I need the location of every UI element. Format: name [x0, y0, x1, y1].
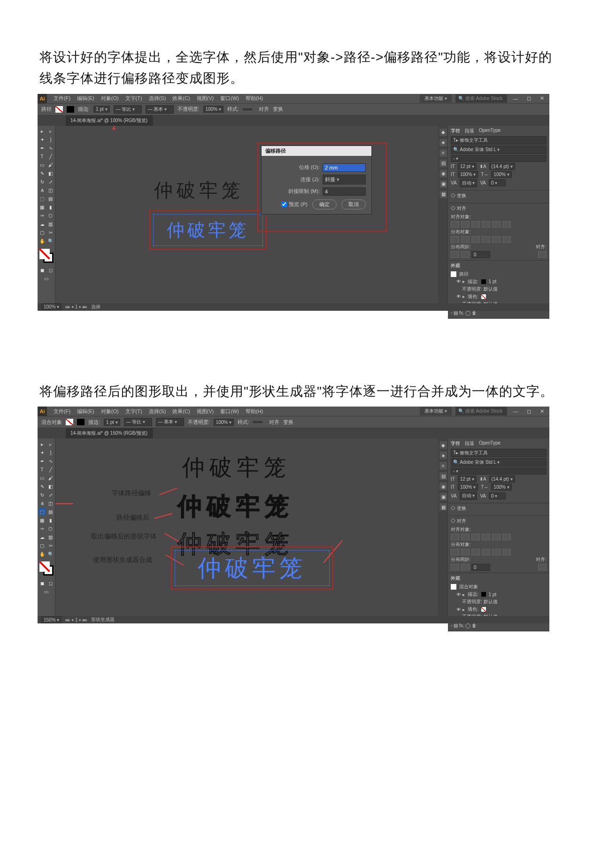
color-mode-2[interactable]: ◻: [47, 579, 54, 587]
panel-icon-7[interactable]: ▦: [439, 191, 447, 198]
tab-character[interactable]: 字符: [451, 128, 460, 134]
apr-stroke-opacity[interactable]: 不透明度: 默认值: [462, 599, 498, 605]
menu-effect[interactable]: 效果(C): [170, 408, 193, 415]
fill-swatch[interactable]: [66, 419, 73, 425]
menu-select[interactable]: 选择(S): [146, 95, 169, 102]
menu-file[interactable]: 文件(F): [51, 408, 73, 415]
menu-select[interactable]: 选择(S): [146, 408, 169, 415]
pen-tool[interactable]: ✒: [39, 145, 46, 152]
cancel-button[interactable]: 取消: [341, 200, 366, 209]
free-transform-tool[interactable]: ◫: [47, 187, 54, 194]
align-right[interactable]: [471, 221, 480, 228]
hscale[interactable]: 100%: [491, 484, 511, 491]
rectangle-tool[interactable]: ▭: [39, 474, 46, 482]
dist-4[interactable]: [482, 236, 490, 243]
slice-tool[interactable]: ✂: [47, 229, 54, 237]
align-top[interactable]: [482, 221, 490, 228]
font-size[interactable]: 12 pt: [458, 163, 477, 170]
menu-help[interactable]: 帮助(H): [243, 408, 266, 415]
font-family-select[interactable]: 🔍 Adobe 宋体 Std L: [451, 458, 547, 467]
align-left[interactable]: [451, 534, 459, 540]
width-tool[interactable]: ⋔: [39, 499, 46, 507]
screen-mode[interactable]: ▭: [39, 275, 54, 283]
dist-6[interactable]: [502, 236, 511, 243]
tab-paragraph[interactable]: 段落: [465, 128, 474, 134]
apr-stroke-opacity[interactable]: 不透明度: 默认值: [462, 286, 498, 292]
align-link[interactable]: 对齐: [269, 419, 279, 426]
shape-builder-tool[interactable]: ⬚: [39, 195, 46, 203]
kerning[interactable]: 自动: [460, 492, 478, 500]
symbol-sprayer-tool[interactable]: ☁: [39, 221, 46, 228]
nav-controls-2[interactable]: ⏮ ◀ 1 ▶ ⏭: [65, 617, 87, 622]
panel-icon-5[interactable]: ◉: [439, 483, 447, 490]
panel-icon-4[interactable]: ▤: [439, 160, 447, 167]
zoom-tool[interactable]: 🔍: [47, 550, 54, 558]
panel-icon-4[interactable]: ▤: [439, 472, 447, 480]
miter-input[interactable]: 4: [323, 187, 366, 196]
type-tool[interactable]: T: [39, 153, 46, 161]
panel-icon-2[interactable]: ♣: [439, 139, 447, 146]
dist-1[interactable]: [451, 549, 459, 555]
style-swatch[interactable]: [253, 421, 262, 423]
font-style-select[interactable]: -: [451, 155, 547, 162]
eraser-tool[interactable]: ◧: [47, 170, 54, 177]
dist-2[interactable]: [461, 549, 470, 555]
tab-transform[interactable]: ◇ 变换: [451, 192, 466, 199]
panel-icon-1[interactable]: ◆: [439, 441, 447, 449]
direct-selection-tool[interactable]: ▹: [47, 128, 54, 135]
minimize-button[interactable]: —: [511, 408, 520, 415]
align-top[interactable]: [482, 534, 490, 540]
tab-opentype[interactable]: OpenType: [479, 440, 501, 447]
maximize-button[interactable]: ◻: [524, 408, 533, 415]
dist-4[interactable]: [482, 549, 490, 555]
color-mode-1[interactable]: ◼: [39, 267, 46, 274]
leading[interactable]: (14.4 pt): [489, 163, 515, 170]
touch-type-btn[interactable]: T▸ 修饰文字工具: [451, 136, 547, 145]
perspective-tool[interactable]: ▤: [47, 195, 54, 203]
ok-button[interactable]: 确定: [312, 200, 337, 209]
tracking[interactable]: 0: [489, 179, 506, 186]
shape-builder-tool-active[interactable]: ⬚: [39, 508, 46, 515]
dist-3[interactable]: [471, 236, 480, 243]
join-select[interactable]: 斜接: [323, 175, 366, 184]
workspace-switcher[interactable]: 基本功能: [420, 407, 452, 415]
nav-controls[interactable]: ⏮ ◀ 1 ▶ ⏭: [65, 304, 87, 309]
align-bottom[interactable]: [502, 221, 511, 228]
dist-sp-2[interactable]: [461, 564, 470, 570]
curvature-tool[interactable]: ∿: [47, 457, 54, 465]
panel-icon-3[interactable]: ≡: [439, 149, 447, 157]
symbol-sprayer-tool[interactable]: ☁: [39, 533, 46, 541]
menu-view[interactable]: 视图(V): [194, 408, 217, 415]
panel-icon-1[interactable]: ◆: [439, 129, 447, 136]
minimize-button[interactable]: —: [511, 95, 520, 102]
pen-tool[interactable]: ✒: [39, 457, 46, 465]
gradient-tool[interactable]: ▮: [47, 516, 54, 524]
menu-type[interactable]: 文字(T): [123, 408, 145, 415]
panel-icon-7[interactable]: ▦: [439, 503, 447, 511]
dist-sp-2[interactable]: [461, 251, 470, 258]
align-bottom[interactable]: [502, 534, 511, 540]
stroke-weight[interactable]: 1 pt: [93, 106, 109, 113]
opacity-value[interactable]: 100%: [214, 419, 234, 426]
brush-def[interactable]: — 基本: [146, 105, 174, 114]
panel-icon-6[interactable]: ▣: [439, 493, 447, 500]
line-tool[interactable]: ╱: [47, 153, 54, 161]
fill-stroke-indicator[interactable]: [39, 561, 54, 576]
transform-link[interactable]: 变换: [283, 419, 293, 426]
stroke-profile[interactable]: — 等比: [124, 418, 152, 426]
stroke-profile[interactable]: — 等比: [114, 105, 142, 114]
screen-mode[interactable]: ▭: [39, 588, 54, 595]
close-button[interactable]: ✕: [537, 95, 547, 102]
touch-type-btn[interactable]: T▸ 修饰文字工具: [451, 449, 547, 457]
zoom-tool[interactable]: 🔍: [47, 238, 54, 245]
lasso-tool[interactable]: ⟆: [47, 449, 54, 456]
lasso-tool[interactable]: ⟆: [47, 136, 54, 144]
menu-view[interactable]: 视图(V): [194, 95, 217, 102]
stroke-swatch[interactable]: [77, 419, 85, 425]
graph-tool[interactable]: ▥: [47, 533, 54, 541]
blend-tool[interactable]: ⬡: [47, 525, 54, 532]
maximize-button[interactable]: ◻: [524, 95, 533, 102]
mesh-tool[interactable]: ▦: [39, 204, 46, 211]
hscale[interactable]: 100%: [491, 171, 511, 178]
scale-tool[interactable]: ⤢: [47, 178, 54, 186]
